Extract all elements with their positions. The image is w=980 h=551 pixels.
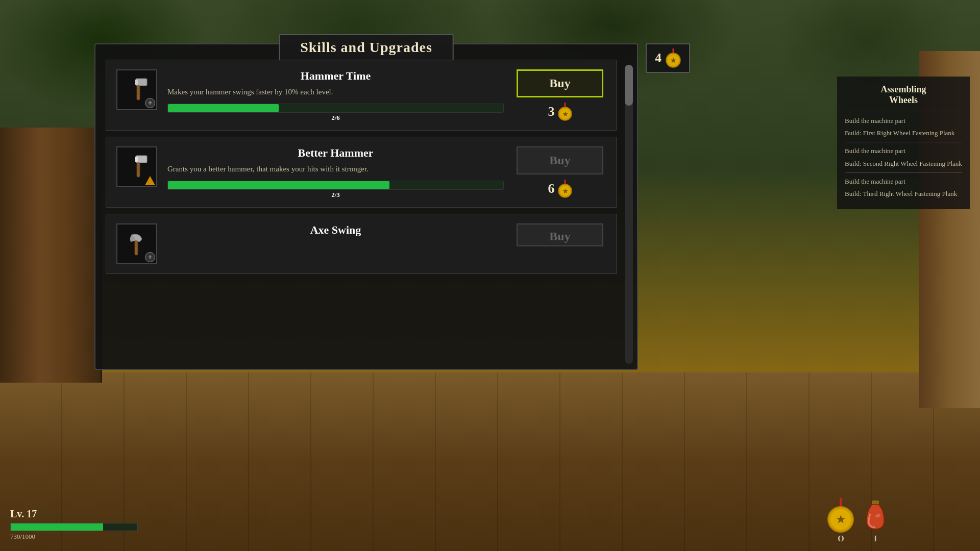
medal-icon-better-hammer: ★ [558,180,572,198]
skill-icon-axe-swing: + [116,223,157,264]
skill-item-hammer-time: + Hammer Time Makes your hammer swings f… [106,60,617,131]
quest-divider-0 [845,112,962,112]
svg-rect-1 [135,80,138,85]
buy-button-hammer-time[interactable]: Buy [517,69,603,97]
progress-container-hammer-time: 2/6 [167,104,504,113]
progress-bar-fill-hammer-time [168,104,279,112]
buy-button-better-hammer[interactable]: Buy [517,146,603,174]
health-potion-svg [863,499,888,533]
svg-rect-11 [135,157,138,162]
skill-name-hammer-time: Hammer Time [167,69,504,83]
progress-wrapper-better-hammer: 2/3 [167,181,504,190]
skill-desc-hammer-time: Makes your hammer swings faster by 10% e… [167,87,504,97]
progress-label-better-hammer: 2/3 [167,191,504,199]
bottom-hud: Lv. 17 730/1000 [10,508,138,541]
skill-icon-better-hammer [116,146,157,187]
cost-amount-better-hammer: 6 [548,181,555,196]
buy-button-axe-swing[interactable]: Buy [517,223,603,246]
skill-right-hammer-time: Buy 3 ★ [514,69,606,121]
quest-item-1: Build: First Right Wheel Fastening Plank [845,129,962,138]
scrollbar[interactable] [625,65,633,364]
bottom-medal-icon: ★ O [827,498,855,543]
svg-rect-2 [137,86,140,100]
svg-rect-12 [137,163,140,177]
skill-item-better-hammer: Better Hammer Grants you a better hammer… [106,137,617,208]
bottom-health-label: I [874,534,877,543]
svg-rect-31 [872,500,879,505]
skill-item-axe-swing: + Axe Swing Buy [106,214,617,274]
skills-list: + Hammer Time Makes your hammer swings f… [95,44,637,284]
currency-display: 4 ★ [646,43,690,73]
skill-right-axe-swing: Buy [514,223,606,246]
skill-info-hammer-time: Hammer Time Makes your hammer swings fas… [167,69,504,113]
ui-container: Skills and Upgrades [0,0,980,551]
xp-bar-bg [10,523,138,531]
xp-label: 730/1000 [10,533,138,541]
bottom-medal-label: O [838,534,844,543]
panel-title: Skills and Upgrades [279,34,454,61]
skill-info-axe-swing: Axe Swing [167,223,504,237]
quest-item-4: Build the machine part [845,177,962,186]
plus-badge-axe-swing: + [145,252,155,262]
bottom-health-icon: I [863,499,888,543]
skill-icon-hammer-time: + [116,69,157,110]
progress-wrapper-hammer-time: 2/6 [167,104,504,113]
progress-label-hammer-time: 2/6 [167,114,504,122]
quest-item-3: Build: Second Right Wheel Fastening Plan… [845,159,962,168]
quest-divider-1 [845,142,962,142]
svg-text:★: ★ [562,111,568,118]
quest-panel-title: Assembling Wheels [845,84,962,106]
medal-icon-hammer-time: ★ [558,103,572,121]
svg-rect-20 [135,241,138,255]
quest-divider-2 [845,172,962,173]
main-medal-icon: ★ [666,48,681,68]
svg-text:★: ★ [670,57,676,64]
skill-name-axe-swing: Axe Swing [167,223,504,237]
progress-bar-bg-hammer-time [167,104,504,113]
svg-text:★: ★ [562,188,568,195]
progress-bar-bg-better-hammer [167,181,504,190]
xp-bar-fill [11,523,103,531]
bottom-medal-svg: ★ [827,498,855,533]
bottom-right-icons: ★ O I [827,498,888,543]
cost-display-better-hammer: 6 ★ [548,180,572,198]
cost-amount-hammer-time: 3 [548,104,555,119]
player-level: Lv. 17 [10,508,138,520]
quest-panel: Assembling Wheels Build the machine part… [837,77,970,209]
skill-desc-better-hammer: Grants you a better hammer, that makes y… [167,164,504,174]
scrollbar-thumb[interactable] [625,65,633,106]
quest-item-5: Build: Third Right Wheel Fastening Plank [845,189,962,198]
skill-right-better-hammer: Buy 6 ★ [514,146,606,198]
cost-display-hammer-time: 3 ★ [548,103,572,121]
skills-panel: Skills and Upgrades [94,43,638,370]
currency-amount: 4 [655,51,662,66]
progress-bar-fill-better-hammer [168,181,389,189]
triangle-badge-better-hammer [145,176,155,185]
svg-text:★: ★ [836,514,846,525]
quest-item-0: Build the machine part [845,116,962,126]
progress-container-better-hammer: 2/3 [167,181,504,190]
plus-badge-hammer-time: + [145,98,155,108]
skill-name-better-hammer: Better Hammer [167,146,504,160]
quest-item-2: Build the machine part [845,146,962,156]
skill-info-better-hammer: Better Hammer Grants you a better hammer… [167,146,504,190]
